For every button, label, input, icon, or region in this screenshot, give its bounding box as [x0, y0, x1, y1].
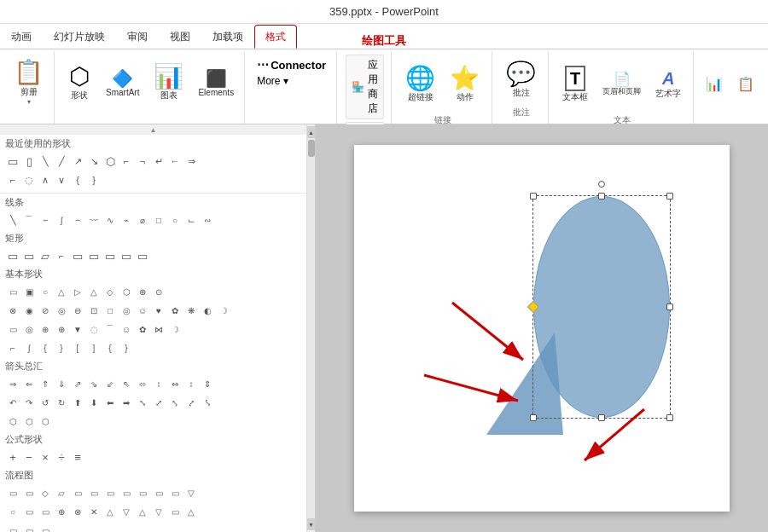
- flow-2-5[interactable]: ⊗: [70, 504, 85, 519]
- basic-3-6[interactable]: ◌: [86, 321, 102, 337]
- basic-2-9[interactable]: ☺: [135, 303, 150, 318]
- basic-2-10[interactable]: ♥: [151, 303, 166, 318]
- more-button[interactable]: More ▾: [253, 73, 292, 89]
- basic-1-10[interactable]: ⊙: [151, 284, 166, 299]
- formula-3[interactable]: ×: [38, 449, 53, 465]
- shapes-button[interactable]: ⬡ 形状: [60, 53, 98, 113]
- extra-btn1[interactable]: 📊: [699, 55, 730, 114]
- arr-1-12[interactable]: ↕: [183, 376, 199, 391]
- arr-1-1[interactable]: ⇒: [5, 376, 20, 391]
- basic-2-11[interactable]: ✿: [167, 303, 183, 318]
- rect-4[interactable]: ⌐: [54, 248, 69, 263]
- scroll-up-btn[interactable]: ▲: [307, 126, 316, 138]
- flow-2-9[interactable]: △: [135, 504, 150, 519]
- formula-4[interactable]: ÷: [54, 449, 69, 465]
- line-6[interactable]: 〰: [86, 212, 102, 228]
- line-5[interactable]: ⌢: [70, 212, 85, 228]
- basic-3-7[interactable]: ⌒: [102, 321, 118, 337]
- line-8[interactable]: ⌁: [119, 212, 134, 228]
- textbox-button[interactable]: T 文本框: [556, 55, 595, 114]
- basic-3-4[interactable]: ⊕: [54, 321, 69, 337]
- arr-1-7[interactable]: ⇙: [102, 376, 118, 391]
- flow-1-6[interactable]: ▭: [86, 485, 102, 500]
- handle-tr[interactable]: [666, 193, 673, 200]
- wordart-button[interactable]: A 艺术字: [649, 55, 688, 114]
- tab-review[interactable]: 审阅: [116, 25, 159, 49]
- shape-line-diag2[interactable]: ╱: [54, 153, 69, 169]
- header-footer-button[interactable]: 📄 页眉和页脚: [596, 55, 648, 114]
- rect-8[interactable]: ▭: [119, 248, 134, 263]
- arr-2-8[interactable]: ➡: [119, 395, 134, 410]
- handle-br[interactable]: [666, 414, 673, 421]
- basic-4-4[interactable]: }: [54, 340, 69, 356]
- basic-2-14[interactable]: ☽: [216, 303, 231, 318]
- scroll-down-btn[interactable]: ▼: [307, 518, 316, 530]
- arr-2-7[interactable]: ⬅: [102, 395, 118, 410]
- arr-3-1[interactable]: ⬡: [5, 413, 20, 429]
- line-7[interactable]: ∿: [102, 212, 118, 228]
- basic-2-13[interactable]: ◐: [200, 303, 215, 318]
- basic-2-8[interactable]: ◎: [119, 303, 134, 318]
- smartart-button[interactable]: 🔷 SmartArt: [99, 53, 146, 113]
- handle-tc[interactable]: [598, 193, 605, 200]
- line-11[interactable]: ○: [167, 212, 183, 228]
- basic-1-1[interactable]: ▭: [5, 284, 20, 299]
- basic-2-4[interactable]: ◎: [54, 303, 69, 318]
- arr-2-5[interactable]: ⬆: [70, 395, 85, 410]
- flow-2-6[interactable]: ✕: [86, 504, 102, 519]
- flow-3-2[interactable]: ▭: [21, 523, 37, 532]
- line-2[interactable]: ⌒: [21, 212, 37, 228]
- slide-canvas[interactable]: [354, 145, 730, 512]
- shape-line-left[interactable]: ←: [167, 153, 183, 169]
- flow-1-5[interactable]: ▭: [70, 485, 85, 500]
- handle-bc[interactable]: [598, 414, 605, 421]
- basic-4-1[interactable]: ⌐: [5, 340, 20, 356]
- scrollbar[interactable]: ▲ ▼: [306, 124, 315, 532]
- flow-1-8[interactable]: ▭: [119, 485, 134, 500]
- tab-animation[interactable]: 动画: [0, 25, 43, 49]
- rect-7[interactable]: ▭: [102, 248, 118, 263]
- tab-view[interactable]: 视图: [159, 25, 201, 49]
- arr-2-1[interactable]: ↶: [5, 395, 20, 410]
- basic-4-7[interactable]: {: [102, 340, 118, 356]
- flow-2-2[interactable]: ▭: [21, 504, 37, 519]
- basic-1-2[interactable]: ▣: [21, 284, 37, 299]
- arr-2-3[interactable]: ↺: [38, 395, 53, 410]
- elements-button[interactable]: ⬛ Elements: [191, 53, 241, 113]
- app-store-button[interactable]: 🏪 应用商店: [346, 55, 384, 119]
- rect-3[interactable]: ▱: [38, 248, 53, 263]
- arr-1-2[interactable]: ⇐: [21, 376, 37, 391]
- shape-corner1[interactable]: ⌐: [119, 153, 134, 169]
- flow-3-3[interactable]: ▭: [38, 523, 53, 532]
- line-4[interactable]: ∫: [54, 212, 69, 228]
- shape-r2-2[interactable]: ◌: [21, 172, 37, 188]
- shape-corner2[interactable]: ¬: [135, 153, 150, 169]
- line-12[interactable]: ⌙: [183, 212, 199, 228]
- basic-3-1[interactable]: ▭: [5, 321, 20, 337]
- flow-2-8[interactable]: ▽: [119, 504, 134, 519]
- extra-btn2[interactable]: 📋: [730, 55, 761, 114]
- clipboard-button[interactable]: 📋 剪册 ▾: [7, 53, 50, 113]
- basic-1-5[interactable]: ▷: [70, 284, 85, 299]
- flow-2-3[interactable]: ▭: [38, 504, 53, 519]
- shape-rect-outline[interactable]: ▭: [5, 153, 20, 169]
- arr-1-4[interactable]: ⇓: [54, 376, 69, 391]
- handle-mr[interactable]: [666, 304, 673, 310]
- rect-2[interactable]: ▭: [21, 248, 37, 263]
- flow-2-1[interactable]: ○: [5, 504, 20, 519]
- basic-1-3[interactable]: ○: [38, 284, 53, 299]
- flow-1-11[interactable]: ▭: [167, 485, 183, 500]
- basic-2-1[interactable]: ⊗: [5, 303, 20, 318]
- chart-button[interactable]: 📊 图表: [147, 53, 190, 113]
- basic-2-5[interactable]: ⊖: [70, 303, 85, 318]
- line-3[interactable]: ⌣: [38, 212, 53, 228]
- flow-2-12[interactable]: △: [183, 504, 199, 519]
- arr-1-10[interactable]: ↕: [151, 376, 166, 391]
- basic-4-2[interactable]: ∫: [21, 340, 37, 356]
- tab-addins[interactable]: 加载项: [201, 25, 254, 49]
- arr-2-2[interactable]: ↷: [21, 395, 37, 410]
- tab-format[interactable]: 格式: [254, 25, 297, 49]
- arr-3-2[interactable]: ⬡: [21, 413, 37, 429]
- flow-1-4[interactable]: ▱: [54, 485, 69, 500]
- handle-bl[interactable]: [530, 414, 537, 421]
